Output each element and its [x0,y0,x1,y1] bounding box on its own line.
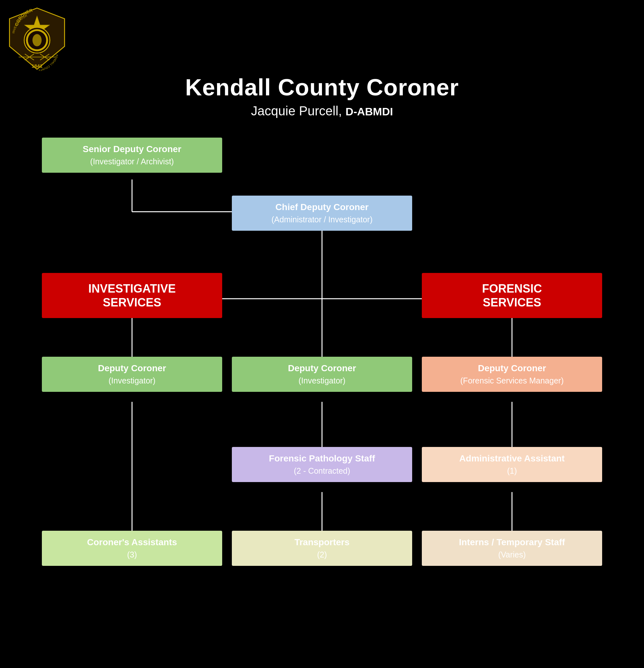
deputy-coroner-right-box: Deputy Coroner (Forensic Services Manage… [422,357,602,392]
deputy-coroner-right-subtitle: (Forensic Services Manager) [460,375,564,386]
deputy-coroner-left-title: Deputy Coroner [98,363,166,374]
deputy-coroner-mid-title: Deputy Coroner [288,363,356,374]
deputy-coroner-mid-box: Deputy Coroner (Investigator) [232,357,412,392]
subtitle-credential: D-ABMDI [346,105,393,118]
investigative-services-title: INVESTIGATIVESERVICES [88,282,175,309]
deputy-coroner-left-box: Deputy Coroner (Investigator) [42,357,222,392]
investigative-services-box: INVESTIGATIVESERVICES [42,273,222,318]
transporters-subtitle: (2) [317,549,327,560]
admin-assistant-title: Administrative Assistant [459,453,564,464]
transporters-title: Transporters [294,536,349,548]
page-header: Kendall County Coroner Jacquie Purcell, … [0,0,644,131]
page-subtitle: Jacquie Purcell, D-ABMDI [0,104,644,118]
chart-wrapper: Senior Deputy Coroner (Investigator / Ar… [32,138,612,637]
org-chart: Senior Deputy Coroner (Investigator / Ar… [16,131,628,656]
forensic-services-title: FORENSICSERVICES [482,282,542,309]
senior-deputy-title: Senior Deputy Coroner [83,143,181,155]
senior-deputy-coroner-box: Senior Deputy Coroner (Investigator / Ar… [42,138,222,173]
admin-assistant-box: Administrative Assistant (1) [422,447,602,482]
page-title: Kendall County Coroner [0,74,644,101]
senior-deputy-subtitle: (Investigator / Archivist) [90,156,174,167]
svg-point-5 [32,34,42,46]
coroners-assistants-title: Coroner's Assistants [87,536,177,548]
interns-box: Interns / Temporary Staff (Varies) [422,531,602,566]
chief-deputy-subtitle: (Administrator / Investigator) [271,214,373,225]
deputy-coroner-mid-subtitle: (Investigator) [298,375,346,386]
coroners-assistants-subtitle: (3) [127,549,137,560]
svg-text:1841: 1841 [32,63,43,69]
chief-deputy-coroner-box: Chief Deputy Coroner (Administrator / In… [232,196,412,231]
subtitle-name: Jacquie Purcell, [251,104,342,118]
logo-area: CORONER INVESTIGATOR KENDALL COUNTY 1841 [6,6,71,74]
chief-deputy-title: Chief Deputy Coroner [275,201,368,213]
forensic-services-box: FORENSICSERVICES [422,273,602,318]
forensic-pathology-box: Forensic Pathology Staff (2 - Contracted… [232,447,412,482]
forensic-pathology-subtitle: (2 - Contracted) [294,466,350,476]
admin-assistant-subtitle: (1) [507,466,517,476]
deputy-coroner-right-title: Deputy Coroner [478,363,546,374]
interns-subtitle: (Varies) [498,549,526,560]
deputy-coroner-left-subtitle: (Investigator) [109,375,156,386]
forensic-pathology-title: Forensic Pathology Staff [269,453,375,464]
coroners-assistants-box: Coroner's Assistants (3) [42,531,222,566]
transporters-box: Transporters (2) [232,531,412,566]
interns-title: Interns / Temporary Staff [459,536,565,548]
